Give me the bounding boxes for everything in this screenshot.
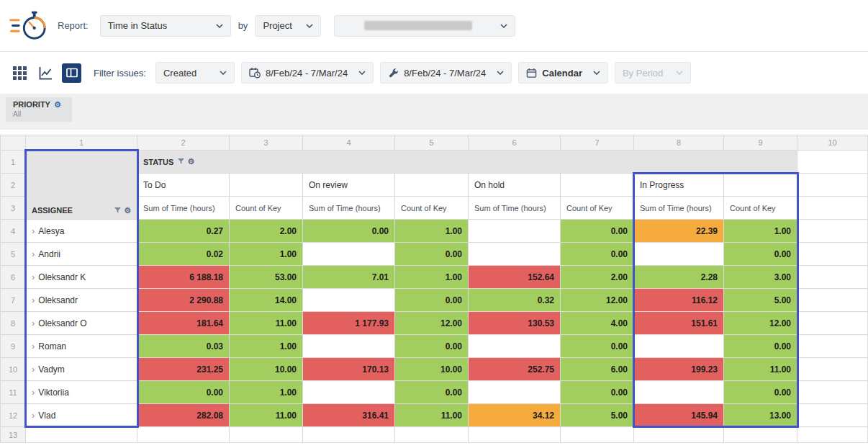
assignee-cell[interactable]: ›Oleksandr bbox=[26, 289, 137, 312]
data-cell[interactable]: 145.94 bbox=[634, 404, 724, 427]
data-cell[interactable]: 11.00 bbox=[230, 404, 303, 427]
data-cell[interactable]: 22.39 bbox=[634, 220, 724, 243]
metric-header[interactable]: Count of Key bbox=[230, 197, 303, 220]
data-cell[interactable]: 231.25 bbox=[137, 358, 230, 381]
data-cell[interactable]: 130.53 bbox=[469, 312, 561, 335]
data-cell[interactable] bbox=[469, 335, 561, 358]
data-cell[interactable]: 1.00 bbox=[230, 243, 303, 266]
data-cell[interactable]: 10.00 bbox=[395, 358, 469, 381]
data-cell[interactable] bbox=[634, 381, 724, 404]
data-cell[interactable]: 151.61 bbox=[634, 312, 724, 335]
filter-icon[interactable] bbox=[178, 158, 184, 165]
data-cell[interactable]: 0.00 bbox=[724, 381, 797, 404]
data-cell[interactable]: 152.64 bbox=[469, 266, 561, 289]
row-header[interactable]: 8 bbox=[1, 312, 26, 335]
data-cell[interactable] bbox=[469, 220, 561, 243]
data-cell[interactable]: 0.00 bbox=[724, 243, 797, 266]
row-header[interactable]: 12 bbox=[1, 404, 26, 427]
status-group-label[interactable]: To Do bbox=[137, 174, 230, 197]
expand-chevron-icon[interactable]: › bbox=[32, 226, 35, 236]
expand-chevron-icon[interactable]: › bbox=[32, 249, 35, 259]
column-header[interactable]: 9 bbox=[724, 135, 797, 151]
data-cell[interactable] bbox=[303, 381, 395, 404]
data-cell[interactable]: 6 188.18 bbox=[137, 266, 230, 289]
assignee-cell[interactable]: ›Oleksandr O bbox=[26, 312, 137, 335]
expand-chevron-icon[interactable]: › bbox=[32, 272, 35, 282]
data-cell[interactable]: 116.12 bbox=[634, 289, 724, 312]
data-cell[interactable]: 34.12 bbox=[469, 404, 561, 427]
assignee-header[interactable]: ASSIGNEE⚙ bbox=[26, 151, 137, 220]
row-header[interactable]: 6 bbox=[1, 266, 26, 289]
metric-header[interactable]: Count of Key bbox=[395, 197, 469, 220]
project-select[interactable] bbox=[334, 15, 515, 37]
metric-header[interactable]: Sum of Time (hours) bbox=[137, 197, 230, 220]
status-group-label[interactable]: In Progress bbox=[634, 174, 724, 197]
metric-header[interactable]: Count of Key bbox=[724, 197, 797, 220]
data-cell[interactable]: 1 177.93 bbox=[303, 312, 395, 335]
data-cell[interactable] bbox=[634, 335, 724, 358]
data-cell[interactable]: 316.41 bbox=[303, 404, 395, 427]
data-cell[interactable]: 1.00 bbox=[230, 381, 303, 404]
data-cell[interactable]: 252.75 bbox=[469, 358, 561, 381]
status-date-range-button[interactable]: 8/Feb/24 - 7/Mar/24 bbox=[241, 62, 374, 84]
data-cell[interactable]: 0.00 bbox=[303, 220, 395, 243]
data-cell[interactable] bbox=[469, 243, 561, 266]
data-cell[interactable]: 5.00 bbox=[724, 289, 797, 312]
column-header[interactable]: 7 bbox=[561, 135, 634, 151]
column-header[interactable]: 3 bbox=[230, 135, 303, 151]
data-cell[interactable]: 0.00 bbox=[724, 335, 797, 358]
row-header[interactable]: 3 bbox=[1, 197, 26, 220]
data-cell[interactable]: 2.28 bbox=[634, 266, 724, 289]
row-header[interactable]: 11 bbox=[1, 381, 26, 404]
data-cell[interactable]: 10.00 bbox=[230, 358, 303, 381]
data-cell[interactable]: 1.00 bbox=[230, 335, 303, 358]
column-header[interactable]: 1 bbox=[26, 135, 137, 151]
status-group-label[interactable]: On review bbox=[303, 174, 395, 197]
assignee-cell[interactable]: ›Alesya bbox=[26, 220, 137, 243]
data-cell[interactable]: 0.32 bbox=[469, 289, 561, 312]
column-header[interactable]: 4 bbox=[303, 135, 395, 151]
metric-header[interactable]: Sum of Time (hours) bbox=[634, 197, 724, 220]
group-by-select[interactable]: Project bbox=[255, 15, 321, 37]
issues-filter-select[interactable]: Created bbox=[155, 62, 235, 84]
data-cell[interactable]: 282.08 bbox=[137, 404, 230, 427]
data-cell[interactable] bbox=[634, 243, 724, 266]
data-cell[interactable]: 4.00 bbox=[561, 312, 634, 335]
data-cell[interactable]: 0.27 bbox=[137, 220, 230, 243]
expand-chevron-icon[interactable]: › bbox=[32, 411, 35, 420]
data-cell[interactable]: 0.00 bbox=[395, 381, 469, 404]
data-cell[interactable]: 3.00 bbox=[724, 266, 797, 289]
data-cell[interactable]: 1.00 bbox=[724, 220, 797, 243]
row-header[interactable]: 13 bbox=[1, 427, 26, 443]
data-cell[interactable]: 12.00 bbox=[724, 312, 797, 335]
data-cell[interactable]: 0.03 bbox=[137, 335, 230, 358]
row-header[interactable]: 9 bbox=[1, 335, 26, 358]
metric-header[interactable]: Count of Key bbox=[561, 197, 634, 220]
table-view-button[interactable] bbox=[62, 63, 81, 83]
gear-icon[interactable]: ⚙ bbox=[54, 101, 61, 109]
metric-header[interactable]: Sum of Time (hours) bbox=[303, 197, 395, 220]
row-header[interactable]: 10 bbox=[1, 358, 26, 381]
assignee-cell[interactable]: ›Oleksandr K bbox=[26, 266, 137, 289]
data-cell[interactable]: 0.00 bbox=[395, 289, 469, 312]
data-cell[interactable]: 1.00 bbox=[395, 266, 469, 289]
row-header[interactable]: 5 bbox=[1, 243, 26, 266]
data-cell[interactable]: 53.00 bbox=[230, 266, 303, 289]
expand-chevron-icon[interactable]: › bbox=[32, 387, 35, 397]
data-cell[interactable]: 0.00 bbox=[561, 243, 634, 266]
data-cell[interactable]: 6.00 bbox=[561, 358, 634, 381]
column-header[interactable]: 10 bbox=[797, 135, 868, 151]
assignee-cell[interactable]: ›Viktoriia bbox=[26, 381, 137, 404]
data-cell[interactable]: 11.00 bbox=[230, 312, 303, 335]
data-cell[interactable]: 181.64 bbox=[137, 312, 230, 335]
data-cell[interactable] bbox=[469, 381, 561, 404]
data-cell[interactable]: 170.13 bbox=[303, 358, 395, 381]
data-cell[interactable]: 0.00 bbox=[561, 335, 634, 358]
data-cell[interactable]: 12.00 bbox=[395, 312, 469, 335]
assignee-cell[interactable]: ›Vadym bbox=[26, 358, 137, 381]
filter-icon[interactable] bbox=[114, 207, 121, 214]
data-cell[interactable]: 0.00 bbox=[561, 381, 634, 404]
gear-icon[interactable]: ⚙ bbox=[124, 207, 131, 215]
metric-header[interactable]: Sum of Time (hours) bbox=[469, 197, 561, 220]
status-header[interactable]: STATUS⚙ bbox=[137, 151, 797, 174]
